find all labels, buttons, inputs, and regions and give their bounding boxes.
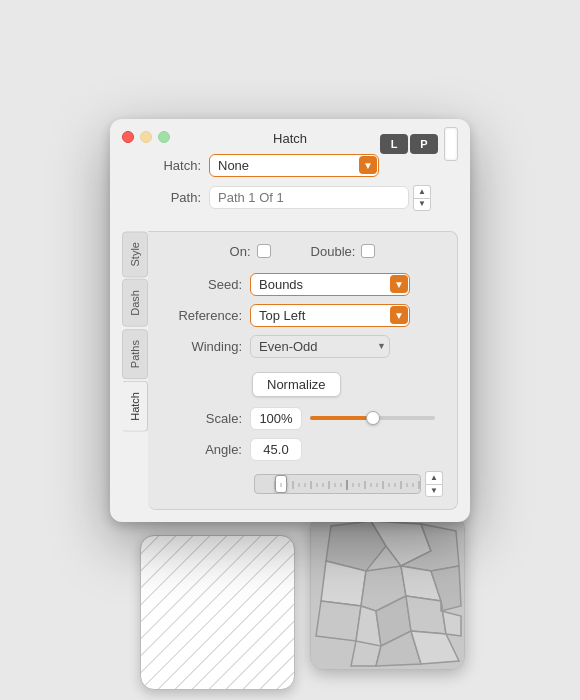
winding-row: Winding: Even-Odd Non-Zero ▼ [162, 335, 443, 358]
winding-select-wrapper: Even-Odd Non-Zero ▼ [250, 335, 390, 358]
hatch-label: Hatch: [126, 158, 201, 173]
svg-marker-8 [401, 566, 441, 601]
hatch-select-wrapper: None Diagonal Cross Dots ▼ [209, 154, 379, 177]
angle-label: Angle: [162, 442, 242, 457]
normalize-button[interactable]: Normalize [252, 372, 341, 397]
scale-slider-fill [310, 416, 373, 420]
scale-label: Scale: [162, 411, 242, 426]
seed-select[interactable]: Bounds Path Object [250, 273, 410, 296]
winding-label: Winding: [162, 339, 242, 354]
path-row: Path: ▲ ▼ [126, 185, 454, 211]
seed-row: Seed: Bounds Path Object ▼ [162, 273, 443, 296]
path-input[interactable] [209, 186, 409, 209]
svg-marker-3 [326, 521, 386, 571]
cells-thumbnail [310, 515, 465, 670]
lp-toggle[interactable] [444, 127, 458, 161]
svg-marker-13 [406, 596, 446, 634]
inner-content: On: Double: Seed: Bounds Path Object [148, 231, 458, 510]
svg-rect-2 [311, 516, 465, 670]
svg-marker-9 [431, 566, 461, 611]
minimize-button[interactable] [140, 131, 152, 143]
traffic-lights [122, 131, 170, 143]
angle-row: Angle: [162, 438, 443, 461]
scale-slider-track[interactable] [310, 416, 435, 420]
svg-marker-6 [321, 561, 366, 606]
window-title: Hatch [273, 131, 307, 146]
checks-row: On: Double: [162, 244, 443, 259]
angle-stepper-down[interactable]: ▼ [425, 484, 443, 497]
svg-marker-7 [361, 566, 406, 611]
lp-badge: L P [380, 127, 458, 161]
tab-hatch[interactable]: Hatch [122, 381, 148, 432]
tab-style[interactable]: Style [122, 231, 148, 277]
on-check-group: On: [230, 244, 271, 259]
tab-paths[interactable]: Paths [122, 329, 148, 379]
angle-stepper-up[interactable]: ▲ [425, 471, 443, 484]
angle-stepper: ▲ ▼ [425, 471, 443, 497]
svg-marker-15 [351, 641, 381, 666]
seed-label: Seed: [162, 277, 242, 292]
winding-select[interactable]: Even-Odd Non-Zero [250, 335, 390, 358]
svg-marker-16 [376, 631, 421, 666]
svg-marker-5 [401, 524, 459, 571]
tab-dash[interactable]: Dash [122, 279, 148, 327]
svg-marker-14 [441, 601, 461, 636]
close-button[interactable] [122, 131, 134, 143]
tabs-left: Style Dash Paths Hatch [122, 231, 148, 510]
maximize-button[interactable] [158, 131, 170, 143]
titlebar: Hatch L P [110, 119, 470, 154]
p-icon[interactable]: P [410, 134, 438, 154]
hatch-thumbnail [140, 535, 295, 690]
seed-select-wrapper: Bounds Path Object ▼ [250, 273, 410, 296]
scale-slider-thumb[interactable] [366, 411, 380, 425]
angle-input[interactable] [250, 438, 302, 461]
path-label: Path: [126, 190, 201, 205]
path-stepper-up[interactable]: ▲ [413, 185, 431, 198]
scale-input[interactable] [250, 407, 302, 430]
svg-rect-1 [141, 536, 295, 690]
angle-slider-row: ▲ ▼ [162, 471, 443, 497]
reference-select[interactable]: Top Left Top Right Bottom Left Bottom Ri… [250, 304, 410, 327]
path-stepper: ▲ ▼ [413, 185, 431, 211]
double-label: Double: [311, 244, 356, 259]
reference-row: Reference: Top Left Top Right Bottom Lef… [162, 304, 443, 327]
path-stepper-down[interactable]: ▼ [413, 198, 431, 211]
double-check-group: Double: [311, 244, 376, 259]
svg-marker-12 [376, 596, 411, 646]
main-window: Hatch L P Hatch: None Diagonal Cross Dot… [110, 119, 470, 522]
reference-label: Reference: [162, 308, 242, 323]
svg-marker-4 [371, 521, 431, 566]
angle-slider-track[interactable] [254, 474, 421, 494]
scale-row: Scale: [162, 407, 443, 430]
hatch-section: Hatch: None Diagonal Cross Dots ▼ Path: … [110, 154, 470, 231]
l-icon[interactable]: L [380, 134, 408, 154]
double-checkbox[interactable] [361, 244, 375, 258]
tabs-panel: Style Dash Paths Hatch On: Double: Seed: [122, 231, 458, 510]
svg-marker-10 [316, 601, 361, 641]
on-label: On: [230, 244, 251, 259]
on-checkbox[interactable] [257, 244, 271, 258]
reference-select-wrapper: Top Left Top Right Bottom Left Bottom Ri… [250, 304, 410, 327]
hatch-select[interactable]: None Diagonal Cross Dots [209, 154, 379, 177]
svg-marker-17 [411, 631, 459, 664]
svg-marker-11 [356, 606, 381, 651]
